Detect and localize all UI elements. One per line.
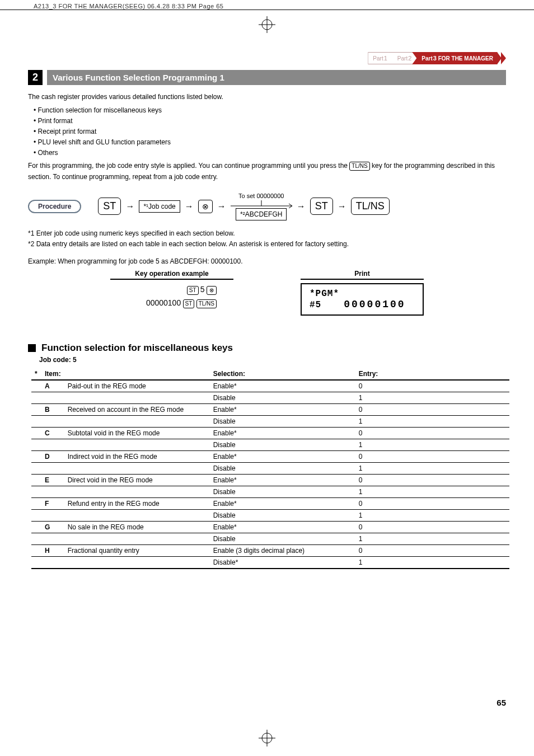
table-row: FRefund entry in the REG modeEnable*0 [31,498,509,510]
st-key-icon: ST [98,198,121,215]
arrow-icon: → [125,201,134,212]
bullet-item: PLU level shift and GLU function paramet… [34,137,506,148]
table-row: EDirect void in the REG modeEnable*0 [31,475,509,486]
footnote-2: *2 Data entry details are listed on each… [28,239,506,250]
section-number: 2 [28,70,43,85]
table-row: GNo sale in the REG modeEnable*0 [31,522,509,533]
intro-text: The cash register provides various detai… [28,92,506,102]
table-row: DIndirect void in the REG modeEnable*0 [31,451,509,463]
toset-label: To set 00000000 [238,192,284,199]
section-heading: 2 Various Function Selection Programming… [28,70,506,85]
print-line-2: #500000100 [310,299,415,310]
st-key-icon: ST [187,286,199,295]
table-row: Disable1 [31,439,509,451]
procedure-label: Procedure [28,200,81,213]
th-star: * [31,368,41,380]
th-selection: Selection: [210,368,355,380]
subsection-heading: Function selection for miscellaneous key… [28,342,506,354]
bypass-arrow-icon [231,200,292,208]
procedure-flow: ST → *¹Job code → ⊗ → To set 00000000 *²… [98,192,506,220]
footnote-1: *1 Enter job code using numeric keys spe… [28,228,506,239]
table-row: Disable1 [31,392,509,404]
table-row: CSubtotal void in the REG modeEnable*0 [31,428,509,439]
bullet-item: Print format [34,116,506,126]
breadcrumb-pointer [501,52,506,64]
arrow-icon: → [297,201,306,212]
table-row: Disable1 [31,486,509,498]
tlns-key-icon: TL/NS [196,299,217,308]
bullet-item: Others [34,148,506,158]
st-key-icon: ST [310,198,333,215]
table-row: Disable*1 [31,557,509,569]
table-row: Disable1 [31,416,509,428]
bullet-item: Function selection for miscellaneous key… [34,105,506,116]
function-table: * Item: Selection: Entry: APaid-out in t… [31,368,509,569]
table-row: HFractional quantity entryEnable (3 digi… [31,545,509,557]
crumb-part3: Part3 FOR THE MANAGER [412,52,502,64]
jobcode-box: *¹Job code [139,200,180,213]
section-title: Various Function Selection Programming 1 [47,70,506,85]
print-sample: *PGM* #500000100 [301,283,424,316]
bullet-list: Function selection for miscellaneous key… [34,105,506,159]
table-row: Disable1 [31,510,509,522]
tlns-key-icon: TL/NS [351,198,390,215]
job-code-label: Job code: 5 [39,356,506,364]
th-desc [64,368,210,380]
table-row: Disable1 [31,533,509,545]
table-row: APaid-out in the REG modeEnable*0 [31,380,509,392]
square-bullet-icon [28,344,36,352]
arrow-icon: → [338,201,346,212]
example-text: Example: When programming for job code 5… [28,257,506,265]
doc-header: A213_3 FOR THE MANAGER(SEEG) 06.4.28 8:3… [0,0,534,10]
arrow-icon: → [185,201,194,212]
bullet-item: Receipt print format [34,126,506,137]
multiply-key-icon: ⊗ [198,200,213,213]
breadcrumb: Part1 Part2 Part3 FOR THE MANAGER [28,52,506,64]
example-head-key: Key operation example [110,270,233,280]
th-item: Item: [41,368,64,380]
crop-mark-top [259,16,275,33]
programming-note: For this programming, the job code entry… [28,161,506,182]
page-number: 65 [28,698,506,707]
footnotes: *1 Enter job code using numeric keys spe… [28,228,506,250]
header-text: A213_3 FOR THE MANAGER(SEEG) 06.4.28 8:3… [34,3,223,10]
example-head-print: Print [301,270,424,280]
example-key-body: ST 5 ⊗ 00000100 ST TL/NS [110,283,233,310]
st-key-icon: ST [183,299,195,308]
procedure-row: Procedure ST → *¹Job code → ⊗ → To set 0… [28,192,506,220]
crop-mark-bottom [28,730,506,748]
table-row: BReceived on account in the REG modeEnab… [31,404,509,416]
subsection-title: Function selection for miscellaneous key… [41,342,233,354]
tlns-key-icon: TL/NS [349,162,369,171]
print-line-1: *PGM* [310,289,415,299]
arrow-icon: → [217,201,226,212]
multiply-key-icon: ⊗ [207,286,217,295]
crumb-part2: Part2 [388,52,418,64]
table-row: Disable1 [31,463,509,475]
th-entry: Entry: [355,368,509,380]
abcdefgh-box: *²ABCDEFGH [236,208,287,220]
example-columns: Key operation example ST 5 ⊗ 00000100 ST… [28,270,506,316]
